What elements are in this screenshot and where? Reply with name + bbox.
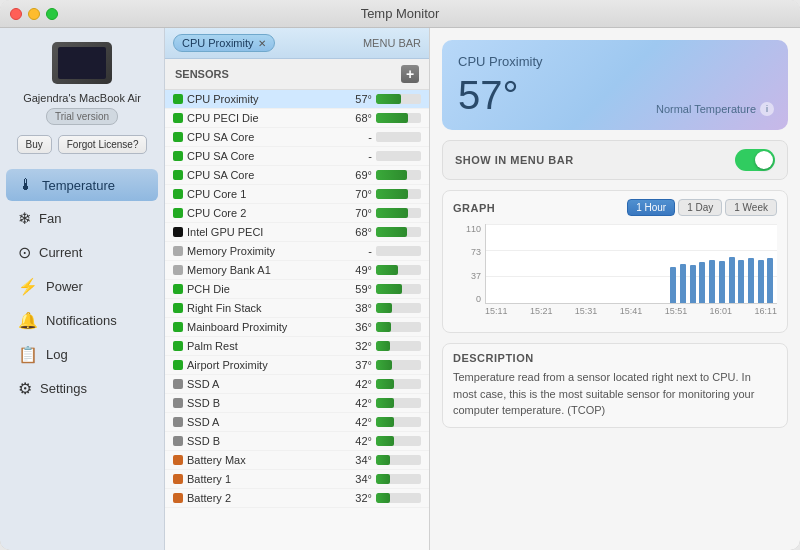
sensor-row[interactable]: Mainboard Proximity36° — [165, 318, 429, 337]
graph-x-1511: 15:11 — [485, 306, 508, 324]
sensor-row[interactable]: Memory Proximity- — [165, 242, 429, 261]
sensor-value-label: 37° — [344, 359, 372, 371]
sensor-bar-fill — [376, 398, 394, 408]
sensor-bar-graph — [376, 417, 421, 427]
info-icon[interactable]: i — [760, 102, 774, 116]
forgot-license-button[interactable]: Forgot License? — [58, 135, 148, 154]
graph-bar — [719, 261, 725, 303]
sensor-detail-card: CPU Proximity 57° Normal Temperature i — [442, 40, 788, 130]
sensor-row[interactable]: CPU PECI Die68° — [165, 109, 429, 128]
sensor-row[interactable]: SSD A42° — [165, 375, 429, 394]
graph-x-1611: 16:11 — [754, 306, 777, 324]
sensor-bar-graph — [376, 341, 421, 351]
sidebar-item-fan[interactable]: ❄Fan — [6, 202, 158, 235]
menu-bar-toggle[interactable] — [735, 149, 775, 171]
sensor-row[interactable]: SSD A42° — [165, 413, 429, 432]
sensor-color-dot — [173, 303, 183, 313]
add-sensor-button[interactable]: + — [401, 65, 419, 83]
remove-chip-icon[interactable]: ✕ — [258, 38, 266, 49]
sensor-color-dot — [173, 379, 183, 389]
sensor-row[interactable]: Battery 134° — [165, 470, 429, 489]
minimize-button[interactable] — [28, 8, 40, 20]
sensor-value-label: 68° — [344, 226, 372, 238]
sensor-bar-graph — [376, 493, 421, 503]
sensor-name-label: Right Fin Stack — [187, 302, 340, 314]
sensor-name-label: SSD A — [187, 378, 340, 390]
sensor-name-label: Memory Bank A1 — [187, 264, 340, 276]
sidebar-item-notifications[interactable]: 🔔Notifications — [6, 304, 158, 337]
sensor-name-label: CPU PECI Die — [187, 112, 340, 124]
sensor-bar-graph — [376, 322, 421, 332]
sensor-bar-fill — [376, 417, 394, 427]
sensor-bar-graph — [376, 132, 421, 142]
sensor-row[interactable]: Memory Bank A149° — [165, 261, 429, 280]
sensor-row[interactable]: CPU SA Core69° — [165, 166, 429, 185]
graph-bar — [767, 258, 773, 303]
sensor-name-label: Mainboard Proximity — [187, 321, 340, 333]
selected-sensor-label: CPU Proximity — [182, 37, 254, 49]
sensor-row[interactable]: Intel GPU PECI68° — [165, 223, 429, 242]
time-1hour-button[interactable]: 1 Hour — [627, 199, 675, 216]
sensor-bar-fill — [376, 379, 394, 389]
sensors-title: SENSORS — [175, 68, 229, 80]
sensor-name-label: PCH Die — [187, 283, 340, 295]
sensor-bar-graph — [376, 455, 421, 465]
sensor-row[interactable]: Palm Rest32° — [165, 337, 429, 356]
sensor-filter-bar: CPU Proximity ✕ MENU BAR — [165, 28, 429, 59]
sidebar: Gajendra's MacBook Air Trial version Buy… — [0, 28, 165, 550]
graph-bar — [690, 265, 696, 303]
close-button[interactable] — [10, 8, 22, 20]
sidebar-label-temperature: Temperature — [42, 178, 115, 193]
sidebar-item-settings[interactable]: ⚙Settings — [6, 372, 158, 405]
buy-button[interactable]: Buy — [17, 135, 52, 154]
graph-y-0: 0 — [476, 294, 481, 304]
sensor-row[interactable]: CPU Core 270° — [165, 204, 429, 223]
sensor-name-label: CPU Proximity — [187, 93, 340, 105]
sensor-row[interactable]: Battery 232° — [165, 489, 429, 508]
sensor-row[interactable]: SSD B42° — [165, 394, 429, 413]
temperature-icon: 🌡 — [18, 176, 34, 194]
sidebar-label-log: Log — [46, 347, 68, 362]
graph-bar — [729, 257, 735, 303]
sensor-bar-graph — [376, 265, 421, 275]
sensor-value-label: 32° — [344, 492, 372, 504]
graph-x-1601: 16:01 — [710, 306, 733, 324]
sensor-value-label: 68° — [344, 112, 372, 124]
maximize-button[interactable] — [46, 8, 58, 20]
graph-x-1551: 15:51 — [665, 306, 688, 324]
menu-bar-filter-label: MENU BAR — [363, 37, 421, 49]
sensor-row[interactable]: CPU Proximity57° — [165, 90, 429, 109]
sensor-row[interactable]: Battery Max34° — [165, 451, 429, 470]
sidebar-item-current[interactable]: ⊙Current — [6, 236, 158, 269]
sensor-bar-graph — [376, 94, 421, 104]
sensor-row[interactable]: CPU Core 170° — [165, 185, 429, 204]
sensor-value-label: 34° — [344, 473, 372, 485]
sensor-value-label: 70° — [344, 207, 372, 219]
sensor-row[interactable]: Airport Proximity37° — [165, 356, 429, 375]
sensor-bar-fill — [376, 493, 390, 503]
sensor-row[interactable]: SSD B42° — [165, 432, 429, 451]
window-title: Temp Monitor — [361, 6, 440, 21]
sensor-color-dot — [173, 284, 183, 294]
sensor-bar-fill — [376, 360, 392, 370]
sensor-bar-graph — [376, 246, 421, 256]
sensor-row[interactable]: Right Fin Stack38° — [165, 299, 429, 318]
sidebar-item-power[interactable]: ⚡Power — [6, 270, 158, 303]
time-1day-button[interactable]: 1 Day — [678, 199, 722, 216]
sidebar-label-notifications: Notifications — [46, 313, 117, 328]
device-icon — [52, 42, 112, 84]
sensor-name-label: SSD A — [187, 416, 340, 428]
sensor-name-label: CPU Core 1 — [187, 188, 340, 200]
sensor-row[interactable]: CPU SA Core- — [165, 128, 429, 147]
sidebar-item-log[interactable]: 📋Log — [6, 338, 158, 371]
sidebar-item-temperature[interactable]: 🌡Temperature — [6, 169, 158, 201]
sensor-bar-fill — [376, 436, 394, 446]
sensor-row[interactable]: CPU SA Core- — [165, 147, 429, 166]
graph-time-buttons: 1 Hour 1 Day 1 Week — [627, 199, 777, 216]
sensor-name-label: Battery 1 — [187, 473, 340, 485]
sensor-bar-graph — [376, 189, 421, 199]
sensor-row[interactable]: PCH Die59° — [165, 280, 429, 299]
selected-sensor-chip[interactable]: CPU Proximity ✕ — [173, 34, 275, 52]
time-1week-button[interactable]: 1 Week — [725, 199, 777, 216]
sidebar-label-fan: Fan — [39, 211, 61, 226]
